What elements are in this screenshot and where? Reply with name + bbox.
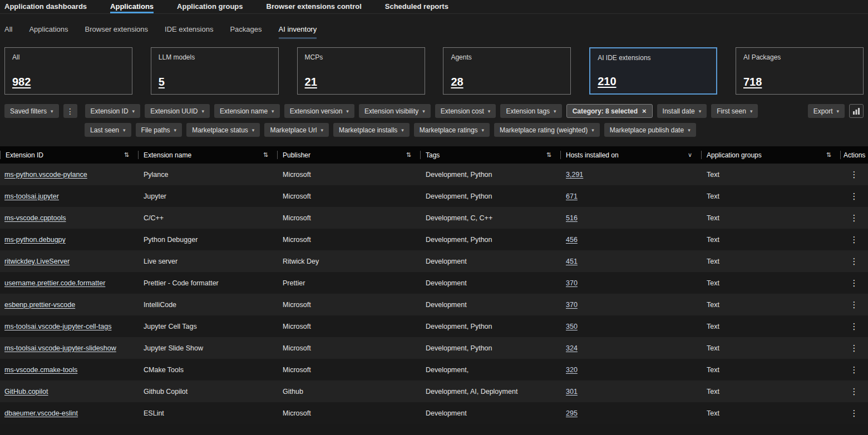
sub-nav-item[interactable]: All [4, 25, 12, 39]
sort-icon[interactable]: ⇅ [263, 151, 268, 159]
stat-card[interactable]: MCPs 21 [297, 47, 425, 95]
row-actions-kebab-icon[interactable]: ⋮ [849, 191, 860, 201]
filter-chip[interactable]: File paths ▾ [136, 123, 183, 137]
stat-card-count-link[interactable]: 5 [159, 76, 165, 88]
row-actions-kebab-icon[interactable]: ⋮ [849, 322, 860, 332]
sub-nav-item[interactable]: AI inventory [279, 25, 317, 39]
hosts-installed-count-link[interactable]: 456 [566, 236, 578, 244]
extension-id-link[interactable]: ritwickdey.LiveServer [4, 258, 70, 265]
column-header[interactable]: Extension ID ⇅ [0, 146, 138, 164]
row-actions-kebab-icon[interactable]: ⋮ [849, 408, 860, 418]
row-actions-kebab-icon[interactable]: ⋮ [849, 365, 860, 375]
column-header[interactable]: Application groups ⇅ [701, 146, 840, 164]
row-actions-kebab-icon[interactable]: ⋮ [849, 278, 860, 288]
sub-nav-item[interactable]: IDE extensions [165, 25, 213, 39]
filter-chip[interactable]: Extension UUID ▾ [145, 104, 210, 118]
table-row: username.prettier.code.formatter Prettie… [0, 272, 868, 294]
extension-id-link[interactable]: ms-toolsai.jupyter [4, 192, 59, 200]
extension-id-link[interactable]: ms-toolsai.vscode-jupyter-slideshow [4, 344, 116, 352]
sub-nav-item[interactable]: Browser extensions [85, 25, 148, 39]
row-actions-kebab-icon[interactable]: ⋮ [849, 343, 860, 353]
hosts-installed-count-link[interactable]: 3,291 [566, 171, 583, 179]
column-header[interactable]: Hosts installed on ∨ [560, 146, 701, 164]
extension-id-link[interactable]: esbenp.prettier-vscode [4, 301, 75, 309]
row-actions-kebab-icon[interactable]: ⋮ [849, 170, 860, 180]
hosts-installed-count-link[interactable]: 370 [566, 301, 578, 309]
filter-chip[interactable]: Marketplace publish date ▾ [604, 123, 696, 137]
extension-id-link[interactable]: username.prettier.code.formatter [4, 279, 105, 287]
top-nav-item[interactable]: Applications [110, 3, 154, 13]
chevron-down-icon: ▾ [699, 108, 702, 114]
stat-card-count-link[interactable]: 21 [305, 76, 317, 88]
filter-chip[interactable]: Extension visibility ▾ [359, 104, 431, 118]
column-header[interactable]: Extension name ⇅ [138, 146, 277, 164]
extension-id-link[interactable]: ms-python.debugpy [4, 236, 66, 244]
row-actions-kebab-icon[interactable]: ⋮ [849, 235, 860, 245]
export-button[interactable]: Export ▾ [808, 104, 845, 118]
hosts-installed-count-link[interactable]: 320 [566, 366, 578, 374]
stat-card-count-link[interactable]: 982 [12, 76, 31, 88]
hosts-installed-count-link[interactable]: 370 [566, 279, 578, 287]
filter-chip[interactable]: Install date ▾ [657, 104, 707, 118]
sort-icon[interactable]: ⇅ [406, 151, 411, 159]
top-nav-item[interactable]: Application dashboards [4, 3, 87, 13]
filter-chip[interactable]: Last seen ▾ [85, 123, 131, 137]
filter-chip[interactable]: Extension ID ▾ [85, 104, 141, 118]
filter-chip-category-selected[interactable]: Category: 8 selected × [566, 104, 653, 118]
top-nav-item[interactable]: Scheduled reports [385, 3, 448, 13]
stat-card[interactable]: AI IDE extensions 210 [589, 47, 717, 95]
table-header: Extension ID ⇅ Extension name ⇅ Publishe… [0, 146, 868, 164]
hosts-installed-count-link[interactable]: 295 [566, 409, 578, 417]
extension-id-link[interactable]: ms-vscode.cmake-tools [4, 366, 77, 374]
extension-id-link[interactable]: dbaeumer.vscode-eslint [4, 409, 78, 417]
column-header[interactable]: Publisher ⇅ [277, 146, 420, 164]
stat-card-count-link[interactable]: 210 [598, 75, 616, 88]
hosts-installed-count-link[interactable]: 324 [566, 344, 578, 352]
hosts-installed-count-link[interactable]: 671 [566, 192, 578, 200]
extension-id-link[interactable]: ms-toolsai.vscode-jupyter-cell-tags [4, 323, 111, 330]
chart-columns-button[interactable] [849, 104, 864, 118]
row-actions-kebab-icon[interactable]: ⋮ [849, 256, 860, 266]
extension-id-link[interactable]: ms-vscode.cpptools [4, 214, 66, 222]
extension-id-link[interactable]: GitHub.copilot [4, 388, 48, 396]
filter-chip[interactable]: First seen ▾ [711, 104, 758, 118]
row-actions-kebab-icon[interactable]: ⋮ [849, 213, 860, 223]
filter-chip[interactable]: Extension tags ▾ [500, 104, 561, 118]
hosts-installed-count-link[interactable]: 516 [566, 214, 578, 222]
filter-chip[interactable]: Marketplace status ▾ [186, 123, 260, 137]
column-header[interactable]: Tags ⇅ [420, 146, 560, 164]
more-options-button[interactable]: ⋮ [63, 104, 77, 118]
top-nav-item[interactable]: Browser extensions control [267, 3, 362, 13]
stat-card[interactable]: All 982 [4, 47, 132, 95]
hosts-installed-count-link[interactable]: 350 [566, 323, 578, 330]
filter-chip[interactable]: Extension version ▾ [284, 104, 354, 118]
sub-nav-item[interactable]: Packages [230, 25, 262, 39]
sort-icon[interactable]: ⇅ [124, 151, 129, 159]
filter-chip[interactable]: Extension name ▾ [214, 104, 280, 118]
sort-icon[interactable]: ⇅ [546, 151, 551, 159]
filter-chip[interactable]: Marketplace ratings ▾ [414, 123, 490, 137]
saved-filters-button[interactable]: Saved filters ▾ [4, 104, 59, 118]
sub-nav-item[interactable]: Applications [29, 25, 68, 39]
filter-chip[interactable]: Extension cost ▾ [435, 104, 496, 118]
row-actions-kebab-icon[interactable]: ⋮ [849, 387, 860, 397]
filter-chip[interactable]: Marketplace installs ▾ [333, 123, 410, 137]
filter-chip-label: First seen [717, 107, 746, 115]
row-actions-kebab-icon[interactable]: ⋮ [849, 300, 860, 310]
hosts-installed-count-link[interactable]: 451 [566, 258, 578, 265]
stat-card-count-link[interactable]: 718 [743, 76, 762, 88]
close-icon[interactable]: × [642, 107, 647, 115]
extension-id-link[interactable]: ms-python.vscode-pylance [4, 171, 87, 179]
stat-card[interactable]: LLM models 5 [151, 47, 279, 95]
hosts-installed-count-link[interactable]: 301 [566, 388, 578, 396]
sort-icon[interactable]: ⇅ [826, 151, 831, 159]
stat-card[interactable]: AI Packages 718 [736, 47, 864, 95]
stat-card[interactable]: Agents 28 [443, 47, 571, 95]
sort-icon[interactable]: ∨ [688, 151, 692, 159]
filter-chip[interactable]: Marketplace rating (weighted) ▾ [494, 123, 600, 137]
column-header-label: Extension ID [6, 151, 43, 159]
column-header[interactable]: Actions [840, 146, 868, 164]
filter-chip[interactable]: Marketplace Url ▾ [264, 123, 329, 137]
stat-card-count-link[interactable]: 28 [451, 76, 463, 88]
top-nav-item[interactable]: Application groups [177, 3, 243, 13]
